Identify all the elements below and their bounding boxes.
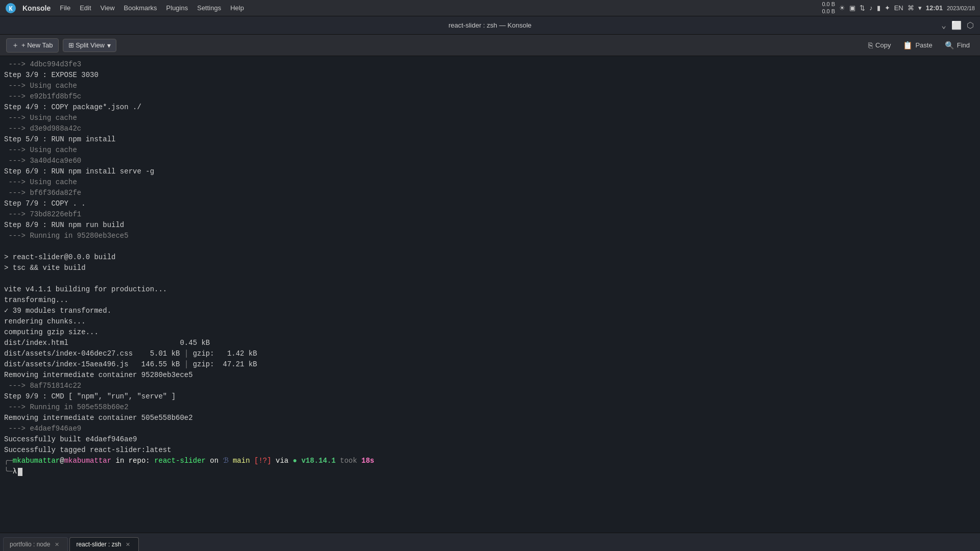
maximize-icon[interactable]: ⬜ (951, 20, 962, 31)
term-line: dist/assets/index-15aea496.js 146.55 kB … (4, 359, 976, 370)
term-line: ---> 3a40d4ca9e60 (4, 156, 976, 166)
restore-icon[interactable]: ⬡ (967, 20, 974, 31)
term-line: Removing intermediate container 505e558b… (4, 413, 976, 423)
term-line: ---> Using cache (4, 81, 976, 91)
prompt-branch-icon: ℬ (223, 456, 233, 466)
lang-label: EN (894, 4, 903, 12)
tab-react-slider-close[interactable]: ✕ (124, 541, 131, 548)
prompt-via: via (272, 456, 293, 466)
prompt-time: 18s (361, 456, 374, 466)
cursor (18, 468, 22, 476)
system-bar: K Konsole File Edit View Bookmarks Plugi… (0, 0, 980, 16)
menu-edit[interactable]: Edit (77, 3, 94, 13)
minimize-icon[interactable]: ⌄ (941, 20, 946, 31)
tab-portfolio-node[interactable]: portfolio : node ✕ (3, 537, 68, 551)
window-controls: ⌄ ⬜ ⬡ (941, 20, 974, 31)
prompt-took: took (336, 456, 361, 466)
term-line: Step 3/9 : EXPOSE 3030 (4, 70, 976, 81)
chevron-down-icon: ▾ (918, 4, 922, 12)
term-line: dist/index.html 0.45 kB (4, 338, 976, 348)
title-bar: react-slider : zsh — Konsole ⌄ ⬜ ⬡ (0, 16, 980, 35)
prompt-at: @ (60, 456, 64, 466)
chevron-down-icon: ▾ (107, 41, 111, 49)
term-line: Successfully built e4daef946ae9 (4, 434, 976, 445)
term-line: transforming... (4, 295, 976, 306)
new-tab-button[interactable]: ＋ + New Tab (6, 38, 59, 53)
terminal-prompt: ╭─mkabumattar@mkabumattar in repo: react… (4, 456, 976, 466)
term-line: ---> bf6f36da82fe (4, 188, 976, 198)
window-title: react-slider : zsh — Konsole (449, 21, 532, 29)
term-line: Step 4/9 : COPY package*.json ./ (4, 102, 976, 113)
term-line: ---> e4daef946ae9 (4, 423, 976, 434)
system-bar-right: 0.0 B 0.0 B ☀ ▣ ⇅ ♪ ▮ ✦ EN ⌘ ▾ 12:01 202… (822, 1, 975, 14)
brightness-icon: ☀ (839, 4, 845, 12)
bluetooth-icon: ✦ (885, 4, 890, 12)
prompt-branch-state: [!?] (250, 456, 272, 466)
prompt-user: mkabumattar (13, 456, 60, 466)
tab-portfolio-close[interactable]: ✕ (53, 541, 60, 548)
prompt-arrow-prefix: ╰─ (4, 466, 13, 477)
term-line: > react-slider@0.0.0 build (4, 252, 976, 263)
term-line: ---> e92b1fd8bf5c (4, 91, 976, 102)
term-line: rendering chunks... (4, 316, 976, 327)
svg-text:K: K (9, 6, 13, 13)
toolbar: ＋ + New Tab ⊞ Split View ▾ ⎘ Copy 📋 Past… (0, 35, 980, 56)
menu-settings[interactable]: Settings (194, 3, 224, 13)
app-icon: K (5, 3, 16, 14)
menu-view[interactable]: View (97, 3, 118, 13)
network-info: 0.0 B 0.0 B (822, 1, 835, 14)
paste-button[interactable]: 📋 Paste (899, 39, 936, 52)
term-line: Step 8/9 : RUN npm run build (4, 220, 976, 231)
network-up: 0.0 B (822, 1, 835, 8)
menu-bookmarks[interactable]: Bookmarks (121, 3, 160, 13)
term-line: Step 9/9 : CMD [ "npm", "run", "serve" ] (4, 391, 976, 402)
plus-icon: ＋ (12, 41, 19, 50)
term-line: computing gzip size... (4, 327, 976, 338)
tab-react-slider[interactable]: react-slider : zsh ✕ (69, 537, 139, 551)
term-line: Step 6/9 : RUN npm install serve -g (4, 166, 976, 177)
volume-icon: ♪ (869, 4, 873, 12)
date: 2023/02/18 (947, 5, 975, 11)
term-line: ---> Using cache (4, 145, 976, 156)
network-down: 0.0 B (822, 8, 835, 15)
prompt-lambda: λ (13, 466, 17, 477)
term-line: Step 7/9 : COPY . . (4, 198, 976, 209)
menu-plugins[interactable]: Plugins (163, 3, 191, 13)
term-line: ---> Running in 95280eb3ece5 (4, 231, 976, 241)
copy-button[interactable]: ⎘ Copy (864, 39, 895, 52)
prompt-node-badge: ● v18.14.1 (293, 456, 336, 466)
term-line: ---> Running in 505e558b60e2 (4, 402, 976, 413)
wifi-icon: ⌘ (908, 4, 914, 12)
term-line: ---> 8af751814c22 (4, 381, 976, 391)
menu-help[interactable]: Help (227, 3, 247, 13)
prompt-branch: main (233, 456, 250, 466)
term-line: Successfully tagged react-slider:latest (4, 445, 976, 456)
term-line (4, 241, 976, 252)
term-line: Step 5/9 : RUN npm install (4, 134, 976, 145)
menu-bar: File Edit View Bookmarks Plugins Setting… (57, 3, 247, 13)
tab-react-slider-label: react-slider : zsh (76, 541, 121, 548)
tab-bar: portfolio : node ✕ react-slider : zsh ✕ (0, 533, 980, 551)
tab-portfolio-label: portfolio : node (10, 541, 50, 548)
term-line: ✓ 39 modules transformed. (4, 306, 976, 316)
find-button[interactable]: 🔍 Find (941, 39, 974, 52)
term-line: Removing intermediate container 95280eb3… (4, 370, 976, 381)
term-line: ---> d3e9d988a42c (4, 123, 976, 134)
term-line: ---> Using cache (4, 113, 976, 123)
app-name: Konsole (22, 4, 51, 12)
network-icon: ⇅ (860, 4, 865, 12)
prompt-on: on (206, 456, 223, 466)
menu-file[interactable]: File (57, 3, 74, 13)
term-line: ---> 73bd8226ebf1 (4, 209, 976, 220)
paste-label: Paste (915, 41, 932, 49)
prompt-repo-label: repo: (129, 456, 154, 466)
prompt-host: mkabumattar (64, 456, 111, 466)
split-view-button[interactable]: ⊞ Split View ▾ (63, 39, 116, 52)
terminal-area[interactable]: ---> 4dbc994d3fe3 Step 3/9 : EXPOSE 3030… (0, 56, 980, 533)
paste-icon: 📋 (903, 41, 913, 50)
terminal-input-line: ╰─λ (4, 466, 976, 477)
term-line: dist/assets/index-046dec27.css 5.01 kB │… (4, 348, 976, 359)
term-line: > tsc && vite build (4, 263, 976, 273)
prompt-in: in (111, 456, 129, 466)
find-label: Find (957, 41, 970, 49)
